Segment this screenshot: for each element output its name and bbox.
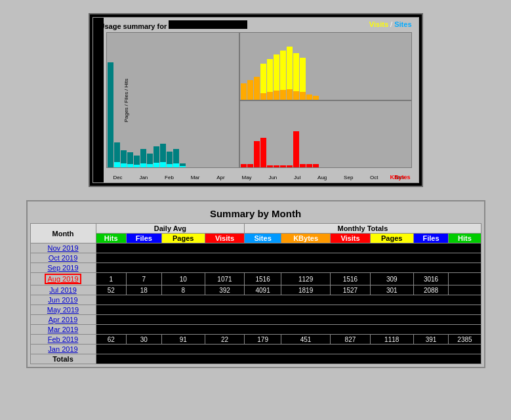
col-kbytes-header: KBytes	[281, 234, 331, 243]
month-link[interactable]: Sep 2019	[47, 264, 78, 272]
table-row: Nov 2019	[30, 243, 481, 253]
bar-group	[108, 62, 113, 167]
data-cell: 22	[205, 335, 245, 345]
month-link[interactable]: Nov 2019	[47, 244, 78, 252]
bar-cyan	[153, 163, 159, 167]
data-cell: 391	[413, 335, 449, 345]
data-bar-cell	[96, 253, 481, 263]
bar-group	[267, 59, 273, 100]
col-visits2-header: Visits	[331, 234, 371, 243]
data-cell: 1819	[281, 285, 331, 295]
data-cell: 827	[331, 335, 371, 345]
x-axis-labels: Dec Jan Feb Mar Apr May Jun Jul Aug Sep …	[105, 175, 413, 180]
data-cell: 8	[161, 285, 205, 295]
y-axis-label: Pages / Files / Hits	[123, 78, 129, 122]
data-bar-cell	[96, 315, 481, 325]
bar-group	[153, 146, 159, 167]
daily-avg-header: Daily Avg	[96, 224, 245, 234]
bar-orange	[287, 89, 293, 100]
bar-red	[306, 164, 312, 167]
bar-cyan	[127, 164, 133, 167]
bar-cyan	[173, 163, 179, 167]
month-link[interactable]: Jan 2019	[48, 345, 77, 353]
bar-teal	[160, 144, 166, 162]
data-cell: 2385	[449, 335, 481, 345]
month-link[interactable]: Oct 2019	[49, 254, 78, 262]
right-top-chart	[239, 32, 412, 100]
bar-group	[147, 154, 153, 167]
bar-yellow	[260, 64, 266, 93]
bar-red	[313, 164, 319, 167]
data-bar-cell	[96, 345, 481, 354]
bar-orange	[267, 92, 273, 100]
table-row: Apr 2019	[30, 315, 481, 325]
bar-teal	[114, 142, 120, 162]
month-header: Month	[30, 224, 96, 243]
month-link[interactable]: Jun 2019	[48, 296, 77, 304]
totals-bar	[96, 354, 481, 364]
bar-group	[160, 144, 166, 167]
bar-teal	[173, 149, 179, 163]
bar-orange	[254, 77, 260, 100]
right-bottom-chart	[239, 100, 412, 169]
bar-red	[287, 165, 293, 167]
bar-cyan	[167, 164, 173, 167]
data-cell: 1	[96, 273, 127, 285]
data-bar-cell	[96, 243, 481, 253]
chart-title-value	[169, 20, 247, 29]
bar-red	[293, 131, 299, 167]
bar-yellow	[267, 59, 273, 92]
data-cell: 1527	[331, 285, 371, 295]
bar-group	[167, 152, 173, 167]
bar-yellow	[300, 58, 306, 92]
usage-chart: Usage summary for Visits / Sites	[89, 13, 423, 187]
data-cell: 179	[245, 335, 281, 345]
bar-yellow	[293, 53, 299, 91]
data-cell: 4091	[245, 285, 281, 295]
bar-cyan	[121, 163, 127, 167]
month-link[interactable]: May 2019	[47, 306, 79, 314]
bar-group	[293, 53, 299, 100]
table-row: Jul 2019521883924091181915273012088	[30, 285, 481, 295]
bar-group	[280, 51, 286, 100]
month-link[interactable]: Mar 2019	[48, 326, 78, 333]
data-cell: 91	[161, 335, 205, 345]
data-bar-cell	[96, 263, 481, 273]
data-cell: 18	[127, 285, 162, 295]
table-row: Feb 20196230912217945182711183912385	[30, 335, 481, 345]
legend-visits: Visits	[369, 20, 388, 28]
bar-group	[260, 64, 266, 100]
totals-row: Totals	[30, 354, 481, 364]
table-row: May 2019	[30, 305, 481, 315]
month-link[interactable]: Jul 2019	[49, 286, 77, 294]
totals-label: Totals	[30, 354, 96, 364]
data-cell: 301	[370, 285, 413, 295]
bar-group	[134, 156, 140, 167]
bar-orange	[293, 91, 299, 100]
month-link[interactable]: Feb 2019	[48, 335, 78, 343]
bar-group	[114, 142, 120, 167]
kbytes-label: KBytes	[390, 174, 410, 180]
bar-cyan	[180, 166, 186, 167]
data-cell: 10	[161, 273, 205, 285]
col-sites-header: Sites	[245, 234, 281, 243]
data-bar-cell	[96, 325, 481, 335]
data-cell: 3016	[413, 273, 449, 285]
bar-orange	[280, 90, 286, 100]
table-row: Jan 2019	[30, 345, 481, 354]
aug-month-link[interactable]: Aug 2019	[45, 274, 81, 284]
bar-orange	[306, 94, 312, 100]
bar-red	[260, 138, 266, 167]
bar-group	[274, 54, 279, 100]
bar-orange	[274, 91, 279, 100]
data-cell: 451	[281, 335, 331, 345]
month-link[interactable]: Apr 2019	[49, 316, 78, 324]
col-pages2-header: Pages	[370, 234, 413, 243]
bar-teal	[127, 152, 133, 164]
bar-cyan	[147, 164, 153, 167]
bar-teal	[147, 154, 153, 164]
bar-orange	[300, 92, 306, 100]
data-cell: 1129	[281, 273, 331, 285]
bar-yellow	[287, 47, 293, 89]
data-cell: 1071	[205, 273, 245, 285]
